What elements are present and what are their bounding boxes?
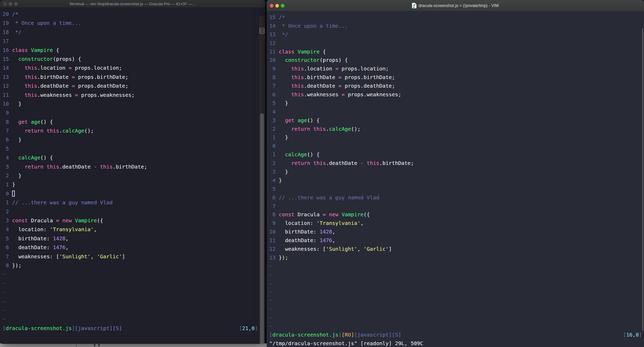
line-number: 5 (3, 144, 9, 153)
code-line: 4 (269, 107, 642, 116)
code-line: 8 const Dracula = new Vampire({ (269, 210, 642, 219)
line-number: 8 (269, 73, 276, 82)
code-line: 10 } (3, 99, 258, 108)
minimize-button-icon[interactable] (9, 2, 12, 6)
code-line: 9 this.location = props.location; (269, 64, 642, 73)
line-number: 7 (269, 82, 276, 90)
code-line: 1 calcAge() { (269, 150, 642, 159)
tilde-row: ~ (3, 315, 258, 324)
line-number: 4 (3, 153, 9, 162)
code-line: 3 return this.deathDate - this.birthDate… (3, 162, 258, 171)
tilde-row: ~ (269, 262, 642, 271)
line-number: 2 (3, 171, 9, 180)
line-number: 10 (269, 228, 276, 236)
code-line: 13 }); (269, 253, 642, 262)
background-window-strip (0, 343, 267, 347)
line-number: 0 (3, 189, 9, 198)
line-number: 11 (3, 91, 9, 99)
line-number: 20 (3, 10, 9, 19)
tilde-row: ~ (269, 296, 642, 305)
code-line: 7 (269, 202, 642, 211)
code-line: 14 * Once upon a time... (269, 22, 642, 30)
line-number: 3 (269, 116, 276, 125)
code-line: 16 class Vampire { (3, 46, 258, 55)
line-number: 1 (3, 180, 9, 189)
macvim-content[interactable]: 15 /*14 * Once upon a time...13 */12 11 … (267, 11, 644, 347)
minimize-button-icon[interactable] (275, 4, 279, 8)
line-number: 14 (3, 63, 9, 72)
code-line: 7 return this.calcAge(); (3, 126, 258, 135)
terminal-window: Terminal — vim /tmp/dracula-screenshot.j… (0, 0, 265, 344)
macvim-window-title: dracula-screenshot.js = (/private/tmp) -… (419, 3, 499, 8)
line-number: 6 (3, 135, 9, 144)
tilde-row: ~ (3, 279, 258, 288)
tilde-row: ~ (3, 297, 258, 306)
ruler-position: [21,0] (239, 324, 258, 333)
vim-buffer-right[interactable]: 15 /*14 * Once upon a time...13 */12 11 … (269, 13, 642, 347)
code-line: 20 /* (3, 10, 258, 19)
zoom-button-icon[interactable] (14, 2, 18, 6)
scrollbar-thumb[interactable] (642, 28, 643, 331)
vim-buffer-left[interactable]: 20 /*19 * Once upon a time...18 */17 16 … (3, 10, 258, 342)
macvim-titlebar[interactable]: JS dracula-screenshot.js = (/private/tmp… (267, 0, 644, 11)
page-fold-icon (415, 3, 416, 4)
zoom-button-icon[interactable] (281, 4, 284, 8)
code-line: 2 return this.deathDate - this.birthDate… (269, 159, 642, 167)
code-line: 15 /* (269, 13, 642, 22)
tilde-row: ~ (269, 305, 642, 313)
code-line: 9 (3, 108, 258, 117)
line-number: 9 (269, 219, 276, 228)
vim-commandline (3, 333, 258, 342)
code-line: 3 const Dracula = new Vampire({ (3, 216, 258, 225)
code-line: 8 get age() { (3, 117, 258, 126)
line-number: 7 (269, 202, 276, 211)
document-icon: JS (412, 3, 416, 8)
terminal-content[interactable]: 20 /*19 * Once upon a time...18 */17 16 … (0, 8, 265, 344)
code-line: 5 (269, 185, 642, 193)
code-line: 2 return this.calcAge(); (269, 125, 642, 133)
line-number: 0 (269, 142, 276, 150)
code-line: 15 constructor(props) { (3, 55, 258, 63)
code-line: 3 get age() { (269, 116, 642, 125)
code-line: 10 constructor(props) { (269, 56, 642, 64)
code-line: 1 } (3, 180, 258, 189)
scrollbar-thumb[interactable] (260, 113, 264, 344)
background-text-fragment (94, 344, 95, 346)
line-number: 8 (3, 261, 9, 270)
code-line: 11 deathDate: 1476, (269, 236, 642, 245)
macvim-window: JS dracula-screenshot.js = (/private/tmp… (267, 0, 644, 347)
traffic-lights (270, 0, 284, 11)
tilde-row: ~ (3, 270, 258, 279)
close-button-icon[interactable] (3, 2, 7, 6)
close-button-icon[interactable] (270, 4, 273, 8)
line-number: 18 (3, 28, 9, 37)
line-number: 11 (269, 236, 276, 245)
line-number: 7 (3, 252, 9, 261)
tilde-row: ~ (3, 288, 258, 297)
code-line: 9 location: 'Transylvania', (269, 219, 642, 228)
line-number: 12 (269, 245, 276, 253)
line-number: 19 (3, 19, 9, 27)
code-line: 6 // ...there was a guy named Vlad (269, 193, 642, 202)
line-number: 2 (269, 125, 276, 133)
line-number: 4 (3, 225, 9, 234)
code-line: 18 */ (3, 28, 258, 37)
code-line: 0 (269, 142, 642, 150)
line-number: 8 (3, 117, 9, 126)
code-line: 11 this.weaknesses = props.weaknesses; (3, 91, 258, 99)
code-line: 6 } (3, 135, 258, 144)
terminal-titlebar[interactable]: Terminal — vim /tmp/dracula-screenshot.j… (0, 0, 265, 8)
code-line: 1 } (269, 133, 642, 142)
traffic-lights (3, 0, 18, 8)
background-text-fragment (98, 344, 100, 346)
code-line: 5 birthDate: 1428, (3, 234, 258, 243)
line-number: 3 (3, 162, 9, 171)
line-number: 2 (269, 159, 276, 167)
code-line: 3 } (269, 167, 642, 176)
vim-statusline: [dracula-screenshot.js][javascript][S][2… (3, 324, 258, 333)
line-number: 12 (269, 39, 276, 47)
code-line: 6 deathDate: 1476, (3, 243, 258, 252)
line-number: 4 (269, 107, 276, 116)
split-pane-button[interactable] (259, 28, 265, 34)
scrollbar-track[interactable] (259, 16, 265, 344)
